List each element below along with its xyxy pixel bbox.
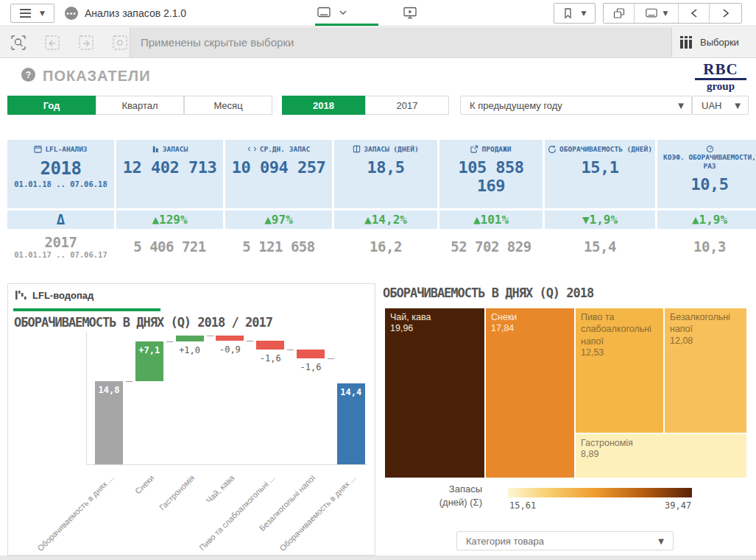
kpi-delta-value: ▲129% [116,210,223,229]
kpi-label: СР.ДН. ЗАПАС [260,145,311,154]
bars-icon [152,145,160,153]
waterfall-bar[interactable] [216,336,244,341]
kpi-value: 18,5 [334,158,437,177]
smart-search-icon[interactable] [10,35,27,51]
next-sheet-button[interactable] [710,4,741,23]
kpi-tile-stock-days[interactable]: ЗАПАСЫ (ДНЕЙ) 18,5 [334,140,437,208]
filter-button-2017[interactable]: 2017 [365,96,449,115]
caret-down-icon: ▼ [658,537,664,545]
selections-bar[interactable]: Применены скрытые выборки [130,27,671,57]
legend-label-line2: (дней) (Σ) [409,496,482,509]
kpi-label: ОБОРАЧИВАЕМОСТЬ (ДНЕЙ) [559,145,652,154]
kpi-tile-avg-stock[interactable]: СР.ДН. ЗАПАС 10 094 257 [225,140,332,208]
caret-down-icon: ▼ [735,102,741,110]
help-icon[interactable]: ? [21,68,35,82]
chevron-right-icon [722,8,729,18]
treemap-title: ОБОРАЧИВАЕМОСТЬ В ДНЯХ (Q) 2018 [383,286,593,300]
kpi-tile-lfl[interactable]: LFL-АНАЛИЗ 2018 01.01.18 .. 07.06.18 [7,140,114,208]
treemap-block[interactable]: Гастрономія8,89 [575,433,747,478]
waterfall-bar-label: +7,1 [135,345,163,355]
caret-down-icon: ▼ [40,10,45,17]
x-axis-line [86,464,367,465]
waterfall-connector [126,381,133,382]
treemap-block[interactable]: Чай, кава19,96 [384,308,485,478]
kpi-prev-value: 10,3 [657,238,756,255]
kpi-value: 10,5 [657,175,756,194]
selections-toolbar: Применены скрытые выборки Выборки [0,27,756,58]
sheet-list-button[interactable]: ▼ [635,4,679,23]
kpi-tile-turnover-days[interactable]: ОБОРАЧИВАЕМОСТЬ (ДНЕЙ) 15,1 [545,140,655,208]
treemap-block-value: 17,84 [491,323,569,333]
footer-strip [0,556,756,560]
clear-selections-icon[interactable] [112,35,128,51]
dashboard: ▼ ••• Анализ запасов 2.1.0 ▼ [0,0,756,560]
app-icon[interactable]: ••• [65,7,78,20]
previous-sheet-button[interactable] [679,4,710,23]
bookmark-icon [563,7,573,19]
treemap-block-value: 12,08 [670,336,741,346]
caret-down-icon: ▼ [663,10,668,17]
kpi-tile-sales[interactable]: ПРОДАЖИ 105 858 169 [439,140,543,208]
waterfall-bar-label: -0,9 [213,344,247,355]
step-back-icon[interactable] [44,35,60,51]
kpi-delta-value: ▲97% [225,210,332,229]
kpi-prev-value: 5 121 658 [225,238,332,255]
waterfall-plot: 14,8Оборачиваемость в днях ...+7,1Снеки+… [8,284,375,555]
kpi-date-range: 01.01.18 .. 07.06.18 [7,180,114,188]
waterfall-bar[interactable] [256,341,284,350]
kpi-delta-value: ▲14,2% [334,210,437,229]
refresh-icon [548,145,557,154]
kpi-tile-stock[interactable]: ЗАПАСЫ 12 402 713 [116,140,223,208]
sheet-selector[interactable] [317,6,347,19]
currency-dropdown[interactable]: UAH ▼ [692,96,749,115]
selections-tool-button[interactable]: Выборки [671,27,756,57]
kpi-label: ЗАПАСЫ (ДНЕЙ) [364,145,418,154]
comparison-dropdown[interactable]: К предыдущему году ▼ [460,96,692,115]
waterfall-bar[interactable] [176,336,204,341]
global-menu-button[interactable]: ▼ [10,4,54,23]
duplicate-sheet-button[interactable] [604,4,635,23]
top-toolbar: ▼ ••• Анализ запасов 2.1.0 ▼ [0,0,756,26]
treemap-block[interactable]: Безалкогольні напої12,08 [664,308,747,433]
x-axis-label: Снеки [71,473,156,558]
kpi-delta-symbol: Δ [7,210,114,229]
x-axis-label: Гастрономія [112,473,197,558]
treemap-block-name: Чай, кава [390,311,479,323]
bookmarks-button[interactable]: ▼ [554,3,596,24]
waterfall-panel: LFL-водопад ОБОРАЧИВАЕМОСТЬ В ДНЯХ (Q) 2… [7,283,375,556]
kpi-prev-value: 16,2 [334,238,437,255]
box-icon [353,145,361,153]
filter-button-month[interactable]: Месяц [184,96,272,115]
treemap-block[interactable]: Пиво та слабоалкогольні напої12,53 [575,308,664,433]
external-link-icon [470,145,478,153]
kpi-value: 15,1 [545,158,655,177]
kpi-value: 10 094 257 [225,158,332,177]
waterfall-bar-label: +1,0 [173,345,207,355]
treemap-block-value: 12,53 [581,347,658,358]
color-gradient-legend [508,488,692,497]
filter-button-2018[interactable]: 2018 [282,96,365,115]
filter-button-year[interactable]: Год [7,96,96,115]
filter-button-quarter[interactable]: Квартал [96,96,184,115]
waterfall-bar[interactable] [297,350,325,358]
gauge-icon [706,145,714,153]
kpi-label: ЗАПАСЫ [163,145,188,154]
kpi-delta-value: ▲1,9% [657,210,756,229]
kpi-label: LFL-АНАЛИЗ [45,145,87,154]
kpi-prev-value: 52 702 829 [439,238,543,255]
treemap-block-value: 8,89 [581,449,741,459]
kpi-value: 2018 [7,158,114,179]
selections-message: Применены скрытые выборки [141,36,294,49]
treemap-block-name: Снеки [491,311,569,323]
step-forward-icon[interactable] [78,35,94,51]
category-dropdown-value: Категория товара [466,536,544,547]
treemap-block[interactable]: Снеки17,84 [485,308,575,478]
treemap-block-value: 19,96 [390,323,479,333]
treemap-panel: ОБОРАЧИВАЕМОСТЬ В ДНЯХ (Q) 2018 Чай, кав… [383,283,749,556]
presentation-mode-icon[interactable] [403,6,417,20]
rbc-group-logo: RBC group [695,62,746,93]
kpi-tile-turnover-ratio[interactable]: КОЭФ. ОБОРАЧИВАЕМОСТИ, РАЗ 10,5 [657,140,756,208]
category-dropdown[interactable]: Категория товара ▼ [456,531,674,550]
treemap-block-name: Пиво та слабоалкогольні напої [581,311,658,347]
kpi-value: 12 402 713 [116,158,223,177]
